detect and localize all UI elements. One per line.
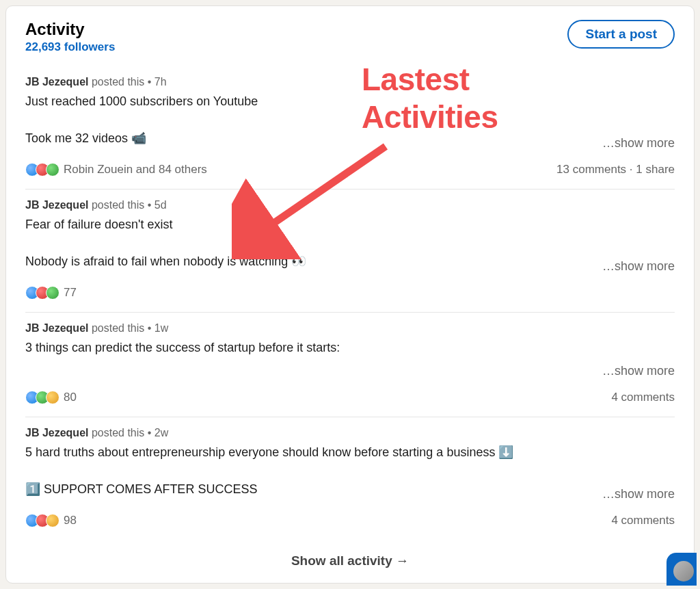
reaction-text: Robin Zouein and 84 others: [64, 163, 207, 176]
activity-post: JB Jezequel posted this • 1w3 things can…: [25, 313, 675, 417]
post-meta: JB Jezequel posted this • 7h: [25, 76, 675, 88]
reaction-text: 80: [64, 391, 77, 404]
activity-post: JB Jezequel posted this • 2w5 hard truth…: [25, 417, 675, 540]
post-meta: JB Jezequel posted this • 5d: [25, 199, 675, 211]
post-body-row: 3 things can predict the success of star…: [25, 339, 675, 378]
post-author[interactable]: JB Jezequel: [25, 322, 88, 334]
post-stats[interactable]: 13 comments · 1 share: [556, 163, 675, 176]
reactions[interactable]: 77: [25, 286, 77, 300]
reaction-icons: [25, 286, 59, 300]
show-more-link[interactable]: …show more: [602, 364, 675, 378]
reactions[interactable]: 98: [25, 514, 77, 527]
post-meta-text: posted this • 7h: [88, 76, 166, 88]
post-body: 3 things can predict the success of star…: [25, 339, 340, 376]
post-footer: 984 comments: [25, 514, 675, 527]
post-body-row: 5 hard truths about entrepreneurship eve…: [25, 443, 675, 501]
followers-count[interactable]: 22,693 followers: [25, 40, 115, 54]
post-meta: JB Jezequel posted this • 1w: [25, 322, 675, 335]
show-all-activity-link[interactable]: Show all activity →: [6, 540, 694, 574]
post-footer: Robin Zouein and 84 others13 comments · …: [25, 163, 675, 176]
activity-post: JB Jezequel posted this • 7hJust reached…: [25, 66, 675, 189]
activity-card: Activity 22,693 followers Start a post J…: [5, 5, 695, 584]
bulb-reaction-icon: [46, 391, 59, 404]
cel-reaction-icon: [46, 163, 59, 176]
post-body-row: Just reached 1000 subscribers on Youtube…: [25, 92, 675, 150]
reactions[interactable]: Robin Zouein and 84 others: [25, 163, 207, 176]
post-author[interactable]: JB Jezequel: [25, 199, 88, 211]
cel-reaction-icon: [46, 286, 59, 300]
post-author[interactable]: JB Jezequel: [25, 427, 88, 439]
post-stats[interactable]: 4 comments: [611, 514, 675, 527]
activity-post: JB Jezequel posted this • 5dFear of fail…: [25, 189, 675, 313]
post-meta-text: posted this • 2w: [88, 427, 168, 439]
bulb-reaction-icon: [46, 514, 59, 527]
reaction-text: 77: [64, 286, 77, 300]
activity-title: Activity: [25, 20, 115, 39]
post-footer: 77: [25, 286, 675, 300]
activity-header: Activity 22,693 followers Start a post: [6, 20, 694, 54]
post-body: Just reached 1000 subscribers on Youtube…: [25, 92, 258, 148]
post-body-row: Fear of failure doesn't exist Nobody is …: [25, 215, 675, 274]
show-more-link[interactable]: …show more: [602, 259, 675, 274]
post-body: 5 hard truths about entrepreneurship eve…: [25, 443, 513, 499]
reactions[interactable]: 80: [25, 391, 77, 404]
post-author[interactable]: JB Jezequel: [25, 76, 88, 88]
messaging-bubble[interactable]: [667, 553, 697, 586]
post-meta: JB Jezequel posted this • 2w: [25, 427, 675, 439]
avatar: [673, 561, 694, 581]
reaction-icons: [25, 163, 59, 176]
posts-container: JB Jezequel posted this • 7hJust reached…: [6, 66, 694, 540]
post-body: Fear of failure doesn't exist Nobody is …: [25, 215, 306, 271]
show-more-link[interactable]: …show more: [602, 136, 675, 150]
post-footer: 804 comments: [25, 391, 675, 404]
reaction-icons: [25, 391, 59, 404]
reaction-text: 98: [64, 514, 77, 527]
start-a-post-button[interactable]: Start a post: [567, 20, 675, 49]
post-meta-text: posted this • 1w: [88, 322, 168, 334]
reaction-icons: [25, 514, 59, 527]
post-stats[interactable]: 4 comments: [611, 391, 675, 404]
activity-header-left: Activity 22,693 followers: [25, 20, 115, 54]
post-meta-text: posted this • 5d: [88, 199, 166, 211]
show-more-link[interactable]: …show more: [602, 487, 675, 501]
